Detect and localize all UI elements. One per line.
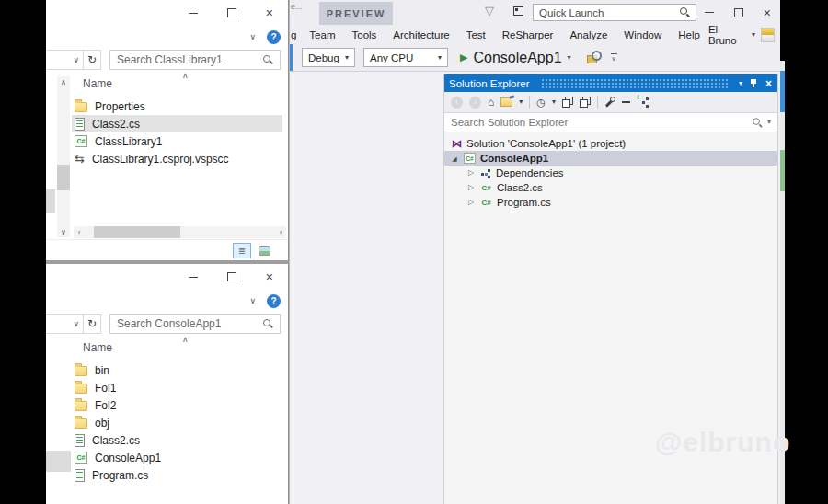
- close-icon[interactable]: ×: [765, 78, 772, 89]
- menu-item-partial[interactable]: g: [291, 29, 301, 40]
- refresh-icon[interactable]: ↻: [83, 50, 101, 70]
- tree-item-project-selected[interactable]: ◢ ConsoleApp1: [444, 151, 777, 166]
- scroll-right-icon[interactable]: ›: [275, 228, 286, 236]
- tree-item-dependencies[interactable]: ▷ Dependencies: [444, 166, 777, 180]
- address-dropdown[interactable]: ∨: [46, 314, 83, 334]
- feedback-icon[interactable]: [513, 6, 523, 16]
- quick-launch-placeholder: Quick Launch: [539, 7, 680, 18]
- platform-dropdown[interactable]: Any CPU ▾: [363, 48, 448, 67]
- ribbon-collapse-icon[interactable]: ∨: [249, 297, 256, 305]
- quick-launch-input[interactable]: Quick Launch: [533, 4, 696, 21]
- address-dropdown[interactable]: ∨: [46, 50, 83, 70]
- pending-changes-filter-button[interactable]: ◷: [536, 97, 546, 108]
- search-input[interactable]: Search ClassLibrary1: [109, 50, 281, 70]
- switch-views-button[interactable]: [500, 97, 512, 107]
- scroll-up-icon[interactable]: ∧: [57, 76, 70, 87]
- scroll-down-icon[interactable]: ∨: [57, 226, 70, 237]
- file-row[interactable]: Fol2: [72, 396, 282, 414]
- column-header-name[interactable]: Name: [83, 77, 112, 90]
- horizontal-scrollbar[interactable]: ‹ ›: [74, 226, 286, 238]
- tree-item-solution[interactable]: ⋈ Solution 'ConsoleApp1' (1 project): [444, 136, 777, 151]
- ribbon-collapse-icon[interactable]: ∨: [249, 33, 256, 41]
- expander-collapsed-icon[interactable]: ▷: [466, 199, 476, 206]
- file-name: Fol2: [95, 399, 116, 412]
- menu-item-team[interactable]: Team: [301, 29, 343, 40]
- menu-item-analyze[interactable]: Analyze: [561, 29, 615, 40]
- account-name[interactable]: El Bruno: [708, 24, 746, 46]
- minimize-icon[interactable]: [705, 12, 714, 13]
- watermark: @elbruno: [655, 427, 790, 458]
- scrollbar-thumb[interactable]: [94, 226, 180, 238]
- menu-item-window[interactable]: Window: [615, 29, 670, 40]
- file-row-selected[interactable]: Class2.cs: [72, 115, 282, 132]
- back-button[interactable]: ‹: [451, 97, 463, 109]
- help-icon[interactable]: ?: [267, 30, 281, 44]
- menu-item-test[interactable]: Test: [458, 29, 494, 40]
- chevron-down-icon[interactable]: ▾: [552, 98, 556, 106]
- start-debugging-button[interactable]: ▶ ConsoleApp1 ▾: [460, 50, 571, 66]
- collapse-all-button[interactable]: [562, 97, 573, 108]
- file-row[interactable]: Class2.cs: [72, 431, 282, 449]
- column-header-name[interactable]: Name: [83, 341, 112, 354]
- minimize-icon[interactable]: [189, 13, 198, 14]
- expander-expanded-icon[interactable]: ◢: [450, 155, 459, 162]
- scroll-left-icon[interactable]: ‹: [74, 228, 85, 236]
- expander-collapsed-icon[interactable]: ▷: [466, 169, 476, 177]
- window-position-icon[interactable]: ▾: [739, 79, 742, 87]
- scrollbar-thumb[interactable]: [57, 165, 70, 190]
- minimize-icon[interactable]: [189, 277, 198, 278]
- close-icon[interactable]: ×: [764, 6, 771, 19]
- details-view-button[interactable]: ≣: [233, 243, 251, 258]
- vertical-scrollbar[interactable]: ∧ ∨: [57, 76, 70, 237]
- explorer-top-file-list: Properties Class2.cs ClassLibrary1 ⇆ Cla…: [72, 97, 282, 167]
- file-row[interactable]: bin: [72, 361, 282, 379]
- preview-selected-toggle[interactable]: [622, 101, 630, 103]
- toolbar-separator: [597, 96, 598, 109]
- file-row[interactable]: ConsoleApp1: [72, 449, 282, 466]
- vs-menubar: g Team Tools Architecture Test ReSharper…: [290, 25, 780, 44]
- sort-ascending-icon[interactable]: ∧: [182, 71, 189, 80]
- refresh-icon[interactable]: ↻: [83, 314, 101, 334]
- sync-with-active-document-button[interactable]: [637, 97, 649, 108]
- attach-to-process-icon[interactable]: [587, 51, 603, 64]
- filter-icon[interactable]: ▽: [485, 5, 494, 17]
- file-row[interactable]: Program.cs: [72, 466, 282, 484]
- configuration-dropdown[interactable]: Debug ▾: [302, 48, 355, 67]
- menu-item-resharper[interactable]: ReSharper: [494, 29, 562, 40]
- chevron-down-icon[interactable]: ▾: [767, 119, 771, 126]
- file-row[interactable]: ⇆ ClassLibrary1.csproj.vspscc: [72, 150, 282, 167]
- menu-item-architecture[interactable]: Architecture: [385, 29, 457, 40]
- solution-explorer-search-input[interactable]: Search Solution Explorer ▾: [444, 113, 777, 132]
- maximize-icon[interactable]: [734, 8, 743, 17]
- search-icon: [263, 55, 273, 65]
- avatar[interactable]: [761, 28, 775, 42]
- scrollbar-track[interactable]: [85, 226, 275, 238]
- menu-item-tools[interactable]: Tools: [343, 29, 385, 40]
- tree-item-class2[interactable]: ▷ C# Class2.cs: [444, 180, 777, 195]
- menu-item-help[interactable]: Help: [670, 29, 708, 40]
- chevron-down-icon[interactable]: ▾: [752, 31, 755, 39]
- file-row[interactable]: ClassLibrary1: [72, 132, 282, 150]
- solution-explorer-titlebar[interactable]: Solution Explorer ▾ ×: [444, 74, 777, 92]
- tree-item-program[interactable]: ▷ C# Program.cs: [444, 195, 777, 210]
- sort-ascending-icon[interactable]: ∧: [182, 335, 189, 344]
- help-icon[interactable]: ?: [267, 294, 281, 308]
- expander-collapsed-icon[interactable]: ▷: [466, 184, 476, 191]
- properties-button[interactable]: [604, 97, 615, 108]
- maximize-icon[interactable]: [227, 272, 236, 281]
- chevron-down-icon[interactable]: ▾: [519, 98, 523, 106]
- toolbar-overflow-button[interactable]: ∨: [611, 53, 617, 62]
- pin-icon[interactable]: [750, 78, 758, 89]
- file-row[interactable]: Properties: [72, 97, 282, 115]
- maximize-icon[interactable]: [227, 8, 236, 17]
- search-input[interactable]: Search ConsoleApp1: [109, 314, 281, 334]
- home-button[interactable]: ⌂: [488, 97, 494, 108]
- forward-button[interactable]: ›: [469, 97, 481, 109]
- platform-value: Any CPU: [370, 52, 432, 63]
- thumbnail-view-button[interactable]: [255, 243, 273, 258]
- properties-pages-button[interactable]: [580, 97, 591, 108]
- file-row[interactable]: obj: [72, 414, 282, 431]
- file-row[interactable]: Fol1: [72, 379, 282, 396]
- close-icon[interactable]: ×: [266, 270, 273, 283]
- close-icon[interactable]: ×: [266, 6, 273, 19]
